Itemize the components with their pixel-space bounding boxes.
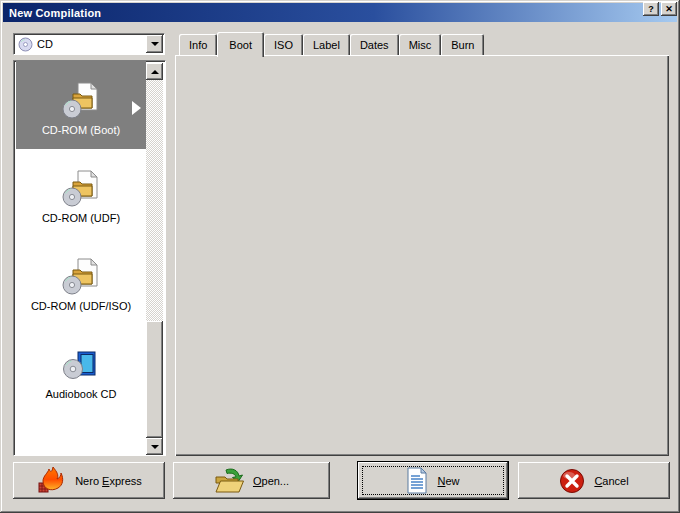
titlebar[interactable]: New Compilation	[3, 3, 677, 22]
nero-express-label: Nero Express	[75, 475, 142, 487]
tab-boot[interactable]: Boot	[217, 32, 264, 57]
tab-misc[interactable]: Misc	[399, 34, 442, 55]
cancel-button-label: Cancel	[594, 475, 628, 487]
scroll-up-icon	[151, 66, 159, 74]
list-item-label: CD-ROM (UDF/ISO)	[31, 300, 131, 312]
scrollbar-thumb[interactable]	[146, 321, 163, 438]
tab-burn[interactable]: Burn	[441, 34, 484, 55]
tab-strip: Info Boot ISO Label Dates Misc Burn	[179, 32, 484, 55]
help-icon: ?	[648, 4, 654, 14]
tab-label[interactable]: Label	[303, 34, 350, 55]
cd-folder-document-icon	[61, 257, 101, 297]
list-item-cdrom-boot[interactable]: CD-ROM (Boot)	[16, 61, 146, 149]
chevron-down-icon	[151, 42, 159, 50]
selected-arrow-icon	[132, 101, 141, 115]
list-item-label: CD-ROM (Boot)	[42, 124, 120, 136]
scroll-down-icon	[151, 445, 159, 453]
help-button[interactable]: ?	[643, 2, 659, 16]
scroll-down-button[interactable]	[146, 438, 163, 455]
open-button[interactable]: Open...	[173, 462, 330, 499]
media-type-value: CD	[14, 34, 145, 54]
list-scrollbar[interactable]	[146, 63, 163, 455]
new-document-icon	[406, 467, 428, 494]
new-button[interactable]: New	[358, 462, 508, 499]
cd-folder-document-icon	[61, 169, 101, 209]
tab-iso[interactable]: ISO	[264, 34, 303, 55]
cd-disc-icon	[18, 37, 33, 52]
boot-tab-page	[175, 55, 669, 456]
media-type-combobox[interactable]: CD	[13, 33, 165, 55]
compilation-type-list: CD-ROM (Boot) CD-ROM (UDF)	[13, 60, 166, 456]
window-title: New Compilation	[9, 7, 101, 19]
cancel-icon	[559, 468, 585, 494]
cd-folder-document-icon	[61, 81, 101, 121]
list-item-audiobook-cd[interactable]: Audiobook CD	[16, 325, 146, 413]
tab-info[interactable]: Info	[179, 34, 217, 55]
nero-express-button[interactable]: Nero Express	[13, 462, 165, 499]
list-item-label: Audiobook CD	[46, 388, 117, 400]
nero-flame-icon	[36, 466, 66, 496]
scroll-up-button[interactable]	[146, 63, 163, 80]
list-item-cdrom-udf[interactable]: CD-ROM (UDF)	[16, 149, 146, 237]
tab-dates[interactable]: Dates	[350, 34, 399, 55]
media-combo-arrow-button[interactable]	[146, 35, 163, 53]
close-button[interactable]: ✕	[661, 2, 677, 16]
focus-rectangle	[362, 466, 504, 495]
list-item-cdrom-udf-iso[interactable]: CD-ROM (UDF/ISO)	[16, 237, 146, 325]
open-button-label: Open...	[253, 475, 289, 487]
new-button-label: New	[437, 475, 459, 487]
cd-book-icon	[61, 345, 101, 385]
new-compilation-dialog: New Compilation ? ✕ CD	[0, 0, 680, 513]
open-folder-icon	[214, 467, 244, 494]
cancel-button[interactable]: Cancel	[518, 462, 670, 499]
close-icon: ✕	[665, 4, 673, 14]
list-item-label: CD-ROM (UDF)	[42, 212, 120, 224]
